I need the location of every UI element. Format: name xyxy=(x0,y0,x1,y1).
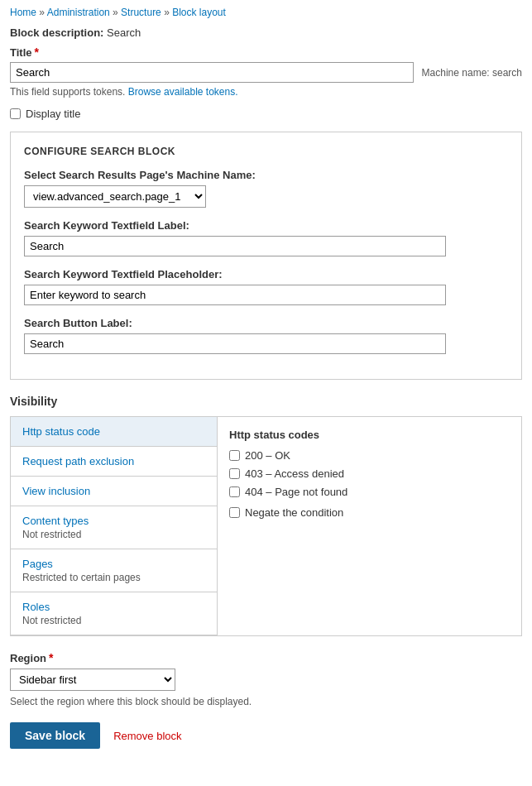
token-hint: This field supports tokens. Browse avail… xyxy=(10,86,522,98)
browse-tokens-link[interactable]: Browse available tokens. xyxy=(128,86,238,98)
roles-sublabel: Not restricted xyxy=(22,615,205,626)
configure-block: Configure Search Block Select Search Res… xyxy=(10,132,522,380)
tab-pages-link[interactable]: Pages xyxy=(22,558,53,570)
status-200-label: 200 – OK xyxy=(245,449,290,462)
display-title-checkbox[interactable] xyxy=(10,108,21,119)
title-input[interactable] xyxy=(10,62,414,83)
search-results-label: Select Search Results Page's Machine Nam… xyxy=(24,169,508,181)
keyword-label-label: Search Keyword Textfield Label: xyxy=(24,219,508,232)
visibility-content: Http status codes 200 – OK 403 – Access … xyxy=(218,417,521,635)
block-description-value: Search xyxy=(107,26,141,39)
breadcrumb-block-layout[interactable]: Block layout xyxy=(172,7,226,18)
search-results-select[interactable]: view.advanced_search.page_1 xyxy=(24,185,206,208)
region-label-row: Region * xyxy=(10,651,522,664)
save-button[interactable]: Save block xyxy=(10,722,100,749)
tab-http-status[interactable]: Http status code xyxy=(11,417,217,447)
tab-http-status-link[interactable]: Http status code xyxy=(22,425,100,438)
http-status-codes-heading: Http status codes xyxy=(229,429,510,441)
status-200-checkbox[interactable] xyxy=(229,450,240,461)
remove-block-link[interactable]: Remove block xyxy=(113,730,181,742)
machine-name-label: Machine name: search xyxy=(422,67,522,79)
visibility-section: Visibility Http status code Request path… xyxy=(10,395,522,636)
block-description-label: Block description: xyxy=(10,26,103,39)
breadcrumb-sep3: » xyxy=(164,7,172,18)
negate-checkbox[interactable] xyxy=(229,507,240,518)
negate-label: Negate the condition xyxy=(245,506,343,519)
breadcrumb-sep1: » xyxy=(39,7,46,18)
visibility-grid: Http status code Request path exclusion … xyxy=(10,416,522,636)
region-label-text: Region xyxy=(10,652,46,664)
display-title-row: Display title xyxy=(10,108,522,120)
configure-block-heading: Configure Search Block xyxy=(24,146,508,157)
tab-request-path-link[interactable]: Request path exclusion xyxy=(22,455,134,467)
button-label-field: Search Button Label: xyxy=(24,317,508,354)
region-hint: Select the region where this block shoul… xyxy=(10,696,522,707)
negate-row: Negate the condition xyxy=(229,506,510,519)
status-404-checkbox[interactable] xyxy=(229,486,240,497)
breadcrumb-home[interactable]: Home xyxy=(10,7,36,18)
pages-sublabel: Restricted to certain pages xyxy=(22,572,205,583)
button-label-label: Search Button Label: xyxy=(24,317,508,329)
status-403-checkbox[interactable] xyxy=(229,468,240,479)
keyword-placeholder-input[interactable] xyxy=(24,285,446,305)
actions-row: Save block Remove block xyxy=(10,722,522,749)
search-results-field: Select Search Results Page's Machine Nam… xyxy=(24,169,508,208)
title-label-row: Title * xyxy=(10,46,522,59)
title-input-row: Machine name: search xyxy=(10,62,522,83)
block-description-row: Block description: Search xyxy=(10,26,522,39)
title-required-marker: * xyxy=(35,46,39,59)
region-required-marker: * xyxy=(49,651,53,664)
breadcrumb-sep2: » xyxy=(113,7,121,18)
tab-roles-link[interactable]: Roles xyxy=(22,601,50,613)
region-select[interactable]: Sidebar first Header Content Footer xyxy=(10,669,175,691)
status-404-row: 404 – Page not found xyxy=(229,486,510,498)
region-section: Region * Sidebar first Header Content Fo… xyxy=(10,651,522,707)
tab-content-types-link[interactable]: Content types xyxy=(22,515,89,527)
status-200-row: 200 – OK xyxy=(229,449,510,462)
title-field-group: Title * Machine name: search This field … xyxy=(10,46,522,98)
visibility-tabs: Http status code Request path exclusion … xyxy=(11,417,218,635)
breadcrumb: Home » Administration » Structure » Bloc… xyxy=(10,7,522,18)
tab-view-inclusion[interactable]: View inclusion xyxy=(11,477,217,506)
content-types-sublabel: Not restricted xyxy=(22,529,205,540)
tab-roles[interactable]: Roles Not restricted xyxy=(11,592,217,635)
button-label-input[interactable] xyxy=(24,333,446,354)
visibility-title: Visibility xyxy=(10,395,522,408)
status-403-row: 403 – Access denied xyxy=(229,467,510,480)
keyword-placeholder-field: Search Keyword Textfield Placeholder: xyxy=(24,268,508,305)
breadcrumb-admin[interactable]: Administration xyxy=(47,7,110,18)
status-403-label: 403 – Access denied xyxy=(245,467,344,480)
token-hint-text: This field supports tokens. xyxy=(10,86,125,98)
status-404-label: 404 – Page not found xyxy=(245,486,347,498)
tab-pages[interactable]: Pages Restricted to certain pages xyxy=(11,549,217,592)
display-title-label: Display title xyxy=(26,108,80,120)
breadcrumb-structure[interactable]: Structure xyxy=(121,7,161,18)
tab-content-types[interactable]: Content types Not restricted xyxy=(11,506,217,549)
tab-request-path[interactable]: Request path exclusion xyxy=(11,447,217,477)
keyword-placeholder-label: Search Keyword Textfield Placeholder: xyxy=(24,268,508,280)
keyword-label-field: Search Keyword Textfield Label: xyxy=(24,219,508,256)
keyword-label-input[interactable] xyxy=(24,236,446,256)
tab-view-inclusion-link[interactable]: View inclusion xyxy=(22,485,90,497)
title-label: Title xyxy=(10,46,32,59)
